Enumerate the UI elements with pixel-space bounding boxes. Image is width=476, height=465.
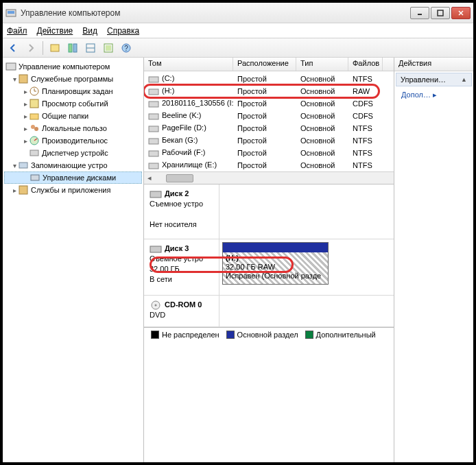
tree-perf[interactable]: ▸Производительнос <box>4 134 142 147</box>
svg-rect-29 <box>19 186 27 194</box>
disk3-status: В сети <box>150 275 172 283</box>
volume-row[interactable]: (H:)ПростойОсновнойRAW <box>144 85 394 97</box>
back-button[interactable] <box>5 40 21 56</box>
volume-name: PageFile (D:) <box>162 123 206 132</box>
toolbar-separator <box>43 41 43 55</box>
svg-point-41 <box>155 305 157 307</box>
menu-file[interactable]: Файл <box>7 26 27 36</box>
svg-rect-8 <box>73 44 77 52</box>
svg-rect-28 <box>31 175 39 180</box>
tree-shared[interactable]: ▸Общие папки <box>4 110 142 122</box>
tree-storage[interactable]: ▾Запоминающие устро <box>4 159 142 171</box>
disk-row-3[interactable]: Диск 3 Съемное устро 32,00 ГБ В сети (H:… <box>144 239 394 296</box>
volume-fs: NTFS <box>348 149 383 157</box>
svg-rect-1 <box>8 11 14 14</box>
volume-icon <box>148 162 159 170</box>
disk3-sub: Съемное устро <box>150 254 203 263</box>
tree-label: Планировщик задан <box>42 87 113 95</box>
volume-name: Бекап (G:) <box>162 136 198 144</box>
volume-type: Основной <box>296 124 348 132</box>
collapse-icon[interactable]: ▾ <box>11 75 18 83</box>
expand-icon[interactable]: ▸ <box>22 88 29 95</box>
volume-layout: Простой <box>233 136 296 145</box>
actions-more[interactable]: Допол… ▸ <box>394 88 473 102</box>
tree-services[interactable]: ▸Службы и приложения <box>4 184 142 196</box>
tree-eventviewer[interactable]: ▸Просмотр событий <box>4 97 142 110</box>
volume-icon <box>148 88 159 96</box>
scroll-thumb[interactable] <box>166 174 193 182</box>
disk-row-2[interactable]: Диск 2 Съемное устро Нет носителя <box>144 184 394 239</box>
volume-fs: NTFS <box>348 136 383 145</box>
col-volume[interactable]: Том <box>144 58 233 71</box>
tree-label: Производительнос <box>42 136 108 145</box>
actions-section[interactable]: Управлени… ▲ <box>396 73 472 86</box>
svg-rect-38 <box>150 191 161 198</box>
svg-rect-31 <box>149 89 158 95</box>
volume-type: Основной <box>296 87 348 95</box>
partition-h[interactable]: (H:) 32,00 ГБ RAW Исправен (Основной раз… <box>222 242 329 285</box>
tool-icon-4[interactable] <box>101 40 116 56</box>
volume-icon <box>148 150 159 158</box>
window-buttons <box>410 7 471 19</box>
volume-row[interactable]: (C:)ПростойОсновнойNTFS <box>144 73 394 85</box>
scroll-left-icon[interactable]: ◂ <box>144 173 155 184</box>
tree-scheduler[interactable]: ▸Планировщик задан <box>4 85 142 97</box>
cdrom-graph <box>219 296 394 326</box>
col-layout[interactable]: Расположение <box>233 58 296 71</box>
tree-users[interactable]: ▸Локальные пользо <box>4 122 142 134</box>
disk3-title: Диск 3 <box>165 244 189 252</box>
tree-root-label: Управление компьютером <box>19 62 110 71</box>
volume-row[interactable]: Beeline (K:)ПростойОсновнойCDFS <box>144 110 394 122</box>
legend-swatch-ext <box>305 331 313 339</box>
svg-rect-20 <box>30 99 38 108</box>
disk3-graph: (H:) 32,00 ГБ RAW Исправен (Основной раз… <box>219 239 394 295</box>
menu-help[interactable]: Справка <box>107 26 139 36</box>
volume-type: Основной <box>296 112 348 120</box>
help-icon[interactable]: ? <box>119 40 134 56</box>
tree-label: Диспетчер устройс <box>42 149 108 157</box>
tree-devmgr[interactable]: Диспетчер устройс <box>4 147 142 159</box>
volume-fs: NTFS <box>348 75 383 83</box>
tool-icon-1[interactable] <box>47 40 62 56</box>
col-type[interactable]: Тип <box>296 58 348 71</box>
disk2-info: Диск 2 Съемное устро Нет носителя <box>144 184 219 239</box>
tree-root[interactable]: Управление компьютером <box>4 60 142 73</box>
volume-name: Рабочий (F:) <box>162 148 205 156</box>
volume-hscroll[interactable]: ◂ <box>144 171 394 184</box>
tree-label: Общие папки <box>42 112 88 120</box>
collapse-icon[interactable]: ▲ <box>461 76 467 83</box>
menu-view[interactable]: Вид <box>82 26 97 36</box>
volume-row[interactable]: PageFile (D:)ПростойОсновнойNTFS <box>144 122 394 134</box>
tree-system-tools[interactable]: ▾Служебные программы <box>4 73 142 85</box>
actions-section-label: Управлени… <box>401 75 446 84</box>
volume-row[interactable]: Бекап (G:)ПростойОсновнойNTFS <box>144 134 394 147</box>
volume-list: (C:)ПростойОсновнойNTFS(H:)ПростойОсновн… <box>144 71 394 171</box>
close-button[interactable] <box>451 7 471 19</box>
tree-diskmgmt[interactable]: Управление дисками <box>4 171 142 184</box>
col-fs[interactable]: Файлов <box>348 58 383 71</box>
volume-row[interactable]: Рабочий (F:)ПростойОсновнойNTFS <box>144 147 394 159</box>
svg-rect-15 <box>6 63 16 70</box>
svg-point-22 <box>31 125 35 129</box>
cdrom-sub: DVD <box>150 311 165 319</box>
menu-action[interactable]: Действие <box>37 26 73 36</box>
disk-row-cdrom[interactable]: CD-ROM 0 DVD <box>144 296 394 327</box>
volume-layout: Простой <box>233 149 296 157</box>
volume-row[interactable]: 20180116_130556 (I:)ПростойОсновнойCDFS <box>144 97 394 110</box>
svg-rect-36 <box>149 151 158 156</box>
volume-row[interactable]: Хранилище (E:)ПростойОсновнойNTFS <box>144 159 394 171</box>
svg-rect-12 <box>106 45 111 51</box>
svg-rect-27 <box>19 163 27 168</box>
toolbar: ? <box>3 38 473 58</box>
maximize-button[interactable] <box>431 7 450 19</box>
forward-button[interactable] <box>23 40 38 56</box>
main-body: Управление компьютером ▾Служебные програ… <box>3 58 473 462</box>
tool-icon-3[interactable] <box>83 40 98 56</box>
minimize-button[interactable] <box>410 7 429 19</box>
app-icon <box>5 8 16 19</box>
legend-primary: Основной раздел <box>237 331 298 339</box>
volume-layout: Простой <box>233 124 296 132</box>
actions-more-label: Допол… <box>401 91 431 99</box>
volume-layout: Простой <box>233 112 296 120</box>
tool-icon-2[interactable] <box>65 40 80 56</box>
